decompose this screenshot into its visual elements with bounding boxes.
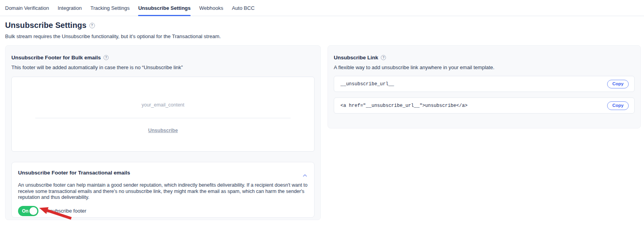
- page-title: Unsubscribe Settings: [5, 21, 87, 30]
- snippet-row-anchor: <a href="__unsubscribe_url__">unsubscrib…: [334, 97, 635, 114]
- tab-label: Integration: [58, 5, 82, 11]
- unsubscribe-link-card: Unsubscribe Link ? A flexible way to add…: [327, 45, 641, 129]
- chevron-up-icon: [303, 174, 307, 177]
- email-footer-preview: your_email_content Unsubscribe: [11, 77, 315, 152]
- tab-auto-bcc[interactable]: Auto BCC: [232, 0, 255, 16]
- transactional-card-title: Unsubscribe Footer for Transactional ema…: [18, 170, 130, 176]
- copy-button[interactable]: Copy: [607, 101, 629, 110]
- tab-domain-verification[interactable]: Domain Verification: [5, 0, 49, 16]
- tab-label: Unsubscribe Settings: [138, 5, 191, 11]
- help-icon[interactable]: ?: [104, 55, 109, 60]
- tab-tracking-settings[interactable]: Tracking Settings: [90, 0, 129, 16]
- bulk-footer-card: Unsubscribe Footer for Bulk emails ? Thi…: [5, 45, 321, 220]
- transactional-footer-card: Unsubscribe Footer for Transactional ema…: [11, 162, 315, 218]
- link-card-subtitle: A flexible way to add unsubscribe link a…: [334, 64, 635, 70]
- page-subtitle: Bulk stream requires the Unsubscribe fun…: [5, 33, 221, 39]
- tab-unsubscribe-settings[interactable]: Unsubscribe Settings: [138, 0, 191, 16]
- snippet-code-url: __unsubscribe_url__: [340, 81, 394, 87]
- page-header: Unsubscribe Settings ? Bulk stream requi…: [5, 21, 221, 39]
- tab-integration[interactable]: Integration: [58, 0, 82, 16]
- preview-divider: [35, 118, 291, 118]
- help-icon[interactable]: ?: [381, 55, 386, 60]
- active-tab-indicator: [138, 15, 191, 16]
- tab-label: Domain Verification: [5, 5, 49, 11]
- email-content-placeholder: your_email_content: [12, 102, 314, 108]
- toggle-state-label: On: [18, 208, 29, 214]
- tab-label: Auto BCC: [232, 5, 255, 11]
- copy-button[interactable]: Copy: [607, 80, 629, 88]
- tab-label: Tracking Settings: [90, 5, 129, 11]
- unsubscribe-settings-page: Domain Verification Integration Tracking…: [0, 0, 644, 235]
- help-icon[interactable]: ?: [89, 23, 95, 28]
- transactional-card-description: An unsubscribe footer can help maintain …: [18, 182, 308, 201]
- preview-unsubscribe-link: Unsubscribe: [12, 128, 314, 133]
- toggle-row: On Unsubscribe footer: [18, 206, 308, 216]
- snippet-code-anchor: <a href="__unsubscribe_url__">unsubscrib…: [340, 103, 468, 108]
- settings-tabbar: Domain Verification Integration Tracking…: [0, 0, 644, 16]
- snippet-row-url: __unsubscribe_url__ Copy: [334, 76, 635, 92]
- collapse-chevron-icon[interactable]: [302, 173, 308, 178]
- toggle-caption: Unsubscribe footer: [44, 208, 86, 214]
- tab-label: Webhooks: [199, 5, 223, 11]
- bulk-card-subtitle: This footer will be added automatically …: [11, 64, 315, 70]
- unsubscribe-footer-toggle[interactable]: On: [18, 206, 38, 216]
- bulk-card-title: Unsubscribe Footer for Bulk emails: [11, 55, 101, 61]
- tab-webhooks[interactable]: Webhooks: [199, 0, 223, 16]
- link-card-title: Unsubscribe Link: [334, 55, 378, 61]
- toggle-knob: [29, 207, 37, 215]
